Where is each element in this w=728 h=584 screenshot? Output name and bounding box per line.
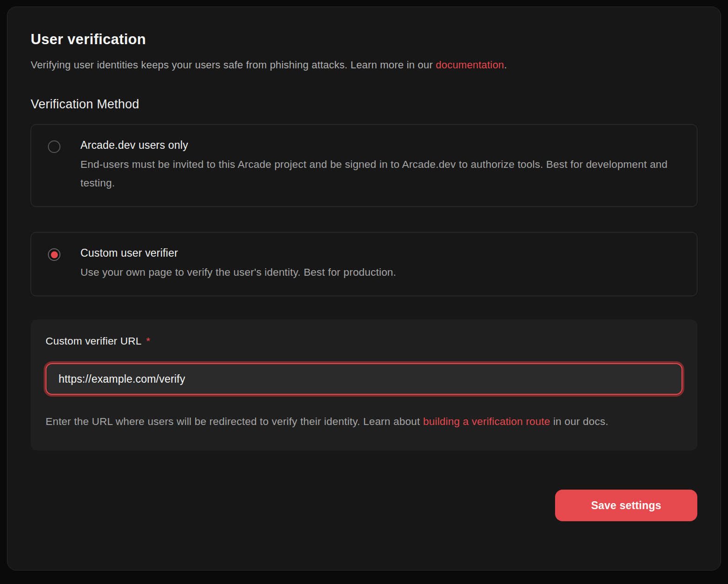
page-title: User verification <box>31 31 697 48</box>
option-arcade-dev-users-only[interactable]: Arcade.dev users only End-users must be … <box>31 124 697 207</box>
option-description-custom-user-verifier: Use your own page to verify the user's i… <box>80 263 396 282</box>
option-text: Custom user verifier Use your own page t… <box>80 247 396 282</box>
option-text: Arcade.dev users only End-users must be … <box>80 139 681 192</box>
option-custom-user-verifier[interactable]: Custom user verifier Use your own page t… <box>31 232 697 296</box>
verification-method-heading: Verification Method <box>31 97 697 112</box>
footer-actions: Save settings <box>31 490 697 521</box>
building-verification-route-link[interactable]: building a verification route <box>423 416 550 427</box>
page-description-text: Verifying user identities keeps your use… <box>31 59 436 71</box>
helper-text-prefix: Enter the URL where users will be redire… <box>46 416 423 427</box>
option-label-custom-user-verifier: Custom user verifier <box>80 247 396 259</box>
url-label-text: Custom verifier URL <box>46 335 141 347</box>
page-description-period: . <box>504 59 507 71</box>
save-settings-button[interactable]: Save settings <box>555 490 697 521</box>
radio-unselected-icon[interactable] <box>48 140 60 153</box>
radio-selected-icon[interactable] <box>48 248 60 261</box>
required-asterisk: * <box>146 335 150 347</box>
page-description: Verifying user identities keeps your use… <box>31 59 697 71</box>
user-verification-card: User verification Verifying user identit… <box>7 7 721 571</box>
option-label-arcade-dev-users-only: Arcade.dev users only <box>80 139 681 152</box>
helper-text-suffix: in our docs. <box>550 416 608 427</box>
documentation-link[interactable]: documentation <box>436 59 504 71</box>
custom-verifier-url-section: Custom verifier URL* Enter the URL where… <box>31 319 697 451</box>
url-helper-text: Enter the URL where users will be redire… <box>46 412 682 431</box>
custom-verifier-url-label: Custom verifier URL* <box>46 335 682 347</box>
custom-verifier-url-input[interactable] <box>46 363 682 395</box>
option-description-arcade-dev-users-only: End-users must be invited to this Arcade… <box>80 155 681 192</box>
